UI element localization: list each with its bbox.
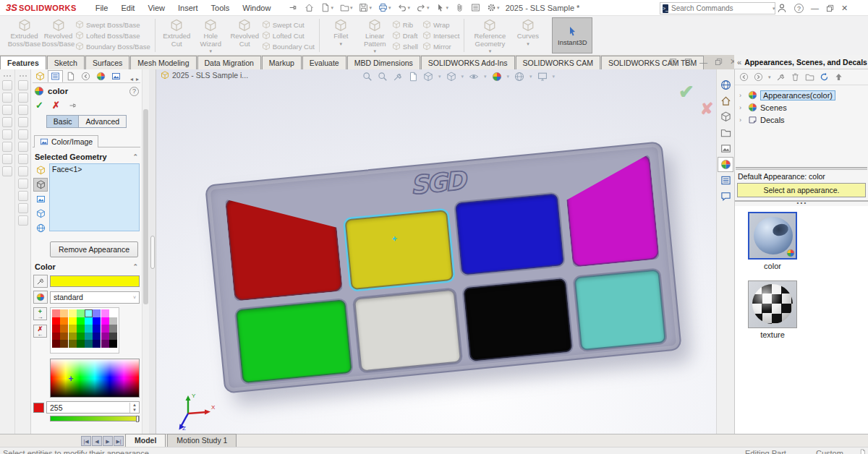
selected-geometry-header[interactable]: Selected Geometry ⌃	[33, 147, 140, 163]
swept-cut-button[interactable]: Swept Cut	[262, 20, 315, 29]
palette-color-cell[interactable]	[85, 317, 93, 325]
color-appearance-thumbnail[interactable]	[748, 212, 797, 260]
edit-appearance-icon[interactable]	[492, 72, 502, 82]
palette-color-cell[interactable]	[109, 340, 117, 348]
tab-solidworks-add-ins[interactable]: SOLIDWORKS Add-Ins	[421, 56, 515, 69]
palette-color-cell[interactable]	[109, 309, 117, 317]
palette-color-cell[interactable]	[69, 309, 77, 317]
palette-icon-button[interactable]	[33, 291, 48, 304]
pm-scrollbar[interactable]	[142, 69, 149, 434]
reference-geometry-button[interactable]: Reference Geometry▾	[469, 18, 511, 56]
menu-insert[interactable]: Insert	[172, 1, 204, 14]
zoom-to-area-icon[interactable]	[378, 72, 388, 82]
rib-button[interactable]: Rib	[392, 20, 418, 29]
undo-icon[interactable]: ▾	[395, 1, 412, 14]
tab-evaluate[interactable]: Evaluate	[302, 56, 346, 69]
wrap-button[interactable]: Wrap	[422, 20, 459, 29]
section-view-icon[interactable]	[393, 72, 403, 82]
remove-swatch-button[interactable]: ✗←	[33, 325, 47, 338]
swept-boss-base-button[interactable]: Swept Boss/Base	[75, 20, 150, 29]
save-icon[interactable]: ▾	[357, 1, 374, 14]
toolbar-icon[interactable]	[18, 215, 28, 226]
appearance-target-icon[interactable]	[776, 72, 786, 82]
tab-surfaces[interactable]: Surfaces	[85, 56, 129, 69]
palette-color-cell[interactable]	[69, 325, 77, 333]
pm-scrollbar-thumb[interactable]	[143, 109, 148, 304]
palette-color-cell[interactable]	[93, 333, 101, 340]
doc-restore-button[interactable]	[715, 58, 723, 66]
confirmation-cancel-icon[interactable]: ✘	[700, 100, 713, 119]
select-body-button[interactable]	[33, 207, 48, 220]
remove-appearance-button[interactable]: Remove Appearance	[50, 241, 138, 257]
zoom-to-fit-icon[interactable]	[362, 72, 373, 82]
spin-up-icon[interactable]: ▲	[130, 403, 139, 408]
pm-help-icon[interactable]: ?	[129, 87, 139, 96]
redo-icon[interactable]: ▾	[414, 1, 432, 14]
select-face-button[interactable]	[33, 178, 48, 192]
model-patch-black[interactable]	[463, 278, 572, 361]
toolbar-icon[interactable]	[18, 129, 28, 140]
mirror-button[interactable]: Mirror	[422, 42, 459, 51]
pm-cancel-button[interactable]: ✗	[52, 100, 60, 111]
menu-edit[interactable]: Edit	[115, 1, 140, 14]
toolbar-icon[interactable]	[2, 93, 12, 103]
back-icon[interactable]	[739, 72, 749, 82]
lofted-boss-base-button[interactable]: Lofted Boss/Base	[75, 31, 150, 40]
extruded-cut-button[interactable]: Extruded Cut	[160, 18, 194, 48]
hole-wizard-button[interactable]: Hole Wizard▾	[194, 18, 228, 56]
palette-color-cell[interactable]	[101, 325, 109, 333]
history-dropdown-icon[interactable]: ▾	[768, 74, 771, 80]
design-library-icon[interactable]	[718, 109, 733, 124]
texture-appearance-thumbnail[interactable]	[748, 280, 797, 328]
toolbar-icon[interactable]	[2, 105, 12, 115]
toolbar-icon[interactable]	[18, 105, 28, 115]
expand-arrow-icon[interactable]: ›	[739, 116, 745, 124]
toolbar-icon[interactable]	[2, 117, 12, 127]
help-icon[interactable]: ?	[794, 4, 804, 13]
toolbar-icon[interactable]	[2, 80, 12, 90]
cam-tab[interactable]	[109, 70, 124, 82]
palette-color-cell[interactable]	[85, 333, 93, 340]
hide-show-items-icon[interactable]	[469, 72, 479, 82]
toolbar-icon[interactable]	[18, 179, 28, 189]
tab-solidworks-cam[interactable]: SOLIDWORKS CAM	[516, 56, 600, 69]
intersect-button[interactable]: Intersect	[422, 31, 459, 40]
palette-color-cell[interactable]	[69, 333, 77, 340]
pm-ok-button[interactable]: ✓	[35, 100, 43, 111]
model-patch-teal[interactable]	[574, 269, 666, 351]
toolbar-icon[interactable]	[18, 80, 28, 90]
selection-item[interactable]: Face<1>	[52, 165, 82, 174]
palette-color-cell[interactable]	[77, 309, 85, 317]
basic-button[interactable]: Basic	[46, 115, 79, 128]
toolbar-icon[interactable]	[18, 166, 28, 176]
palette-color-cell[interactable]	[60, 340, 68, 348]
color-preset-dropdown[interactable]: standard ˅	[50, 291, 140, 304]
restore-button[interactable]	[826, 4, 834, 12]
toolbar-icon[interactable]	[2, 166, 12, 176]
palette-color-cell[interactable]	[69, 340, 77, 348]
pm-pin-icon[interactable]	[69, 101, 77, 110]
splitter-dots[interactable]: • • •	[735, 200, 868, 205]
linear-pattern-button[interactable]: Linear Pattern▾	[358, 18, 392, 56]
revolved-boss-base-button[interactable]: Revolved Boss/Base	[41, 18, 75, 48]
palette-color-cell[interactable]	[77, 317, 85, 325]
select-part-button[interactable]	[33, 163, 48, 177]
open-folder-icon[interactable]	[805, 72, 814, 82]
search-input[interactable]	[671, 4, 767, 12]
palette-color-cell[interactable]	[93, 325, 101, 333]
minimize-button[interactable]: —	[811, 4, 819, 12]
tab-markup[interactable]: Markup	[262, 56, 302, 69]
refresh-icon[interactable]	[820, 72, 829, 82]
pane-right-icon[interactable]	[684, 58, 692, 66]
user-account-icon[interactable]	[777, 3, 787, 13]
palette-color-cell[interactable]	[77, 325, 85, 333]
expand-arrow-icon[interactable]: ›	[739, 92, 745, 99]
rgb-value-spinner[interactable]: 255 ▲▼	[46, 401, 140, 414]
palette-color-cell[interactable]	[60, 325, 68, 333]
palette-color-cell[interactable]	[77, 333, 85, 340]
tree-item-scenes[interactable]: › Scenes	[736, 101, 867, 113]
selected-geometry-list[interactable]: Face<1>	[49, 163, 140, 231]
toolbar-icon[interactable]	[18, 191, 28, 201]
toolbar-icon[interactable]	[2, 129, 12, 140]
palette-color-cell[interactable]	[109, 317, 117, 325]
